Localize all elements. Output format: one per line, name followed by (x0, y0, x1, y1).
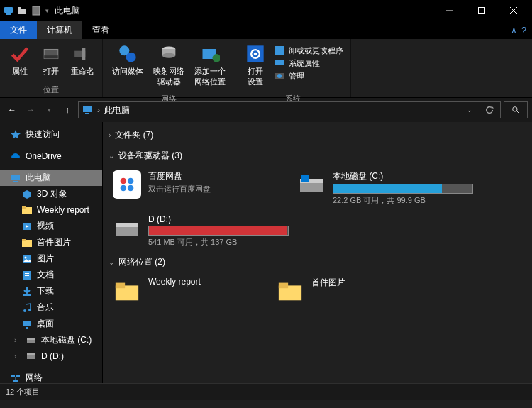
svg-rect-63 (116, 226, 138, 236)
drive-icon (26, 351, 37, 362)
c-drive-tile[interactable]: 本地磁盘 (C:) 22.2 GB 可用，共 99.9 GB (293, 166, 477, 210)
refresh-button[interactable] (482, 102, 497, 118)
nav-up-button[interactable]: ↑ (60, 102, 75, 118)
group-network-locations[interactable]: ⌄ 网络位置 (2) (109, 252, 526, 272)
sidebar-item-3d-objects[interactable]: 3D 对象 (0, 186, 102, 202)
svg-rect-24 (275, 60, 284, 65)
network-folder-weekly-report[interactable]: Weekly report (109, 272, 272, 309)
item-count: 12 个项目 (6, 387, 40, 397)
download-icon (21, 286, 33, 297)
folder-icon (276, 277, 304, 305)
group-devices[interactable]: ⌄ 设备和驱动器 (3) (109, 145, 526, 166)
svg-rect-10 (44, 55, 58, 58)
qat-properties-icon[interactable] (31, 5, 43, 16)
sidebar-item-d-drive[interactable]: ›D (D:) (0, 348, 102, 364)
d-drive-tile[interactable]: D (D:) 541 MB 可用，共 137 GB (109, 210, 293, 252)
search-box[interactable] (504, 101, 528, 118)
svg-rect-51 (27, 353, 35, 355)
system-props-icon (274, 57, 285, 69)
svg-point-39 (25, 256, 27, 258)
sidebar-item-videos[interactable]: 视频 (0, 218, 102, 234)
minimize-button[interactable] (433, 0, 465, 21)
nav-forward-button[interactable]: → (23, 102, 38, 118)
sidebar-item-weekly-report[interactable]: Weekly report (0, 202, 102, 218)
rename-button[interactable]: 重命名 (67, 42, 98, 78)
app-pc-icon (3, 5, 14, 16)
breadcrumb-chevron-icon[interactable]: › (97, 105, 100, 115)
ribbon-collapse-icon[interactable]: ∧ (511, 26, 517, 35)
svg-point-17 (162, 53, 176, 58)
svg-rect-23 (275, 46, 284, 55)
c-drive-usage-bar (333, 184, 473, 194)
sidebar-item-desktop[interactable]: 桌面 (0, 316, 102, 332)
baidu-icon (113, 170, 141, 199)
network-folder-first-images[interactable]: 首件图片 (272, 272, 435, 309)
address-dropdown-button[interactable]: ⌄ (462, 102, 477, 118)
drive-icon (113, 214, 141, 243)
nav-back-button[interactable]: ← (4, 102, 20, 118)
svg-point-44 (23, 309, 26, 312)
open-settings-button[interactable]: 打开 设置 (240, 42, 271, 89)
group-folders[interactable]: › 文件夹 (7) (109, 125, 526, 145)
svg-rect-31 (11, 175, 20, 180)
svg-rect-6 (478, 8, 484, 14)
uninstall-icon (274, 45, 285, 56)
document-icon (21, 270, 33, 281)
tab-view[interactable]: 查看 (82, 21, 119, 39)
music-icon (21, 302, 33, 314)
drive-icon (26, 335, 37, 346)
chevron-down-icon: ⌄ (109, 152, 114, 160)
qat-newfolder-icon[interactable] (17, 5, 28, 16)
qat-dropdown-icon[interactable]: ▾ (45, 7, 49, 14)
sidebar-network[interactable]: 网络 (0, 370, 102, 383)
content-pane[interactable]: › 文件夹 (7) ⌄ 设备和驱动器 (3) 百度网盘 双击运行百度网盘 (103, 122, 532, 383)
navigation-pane: 快速访问 OneDrive 此电脑 3D 对象 Weekly report 视频… (0, 122, 103, 383)
network-icon (10, 373, 21, 384)
system-properties-button[interactable]: 系统属性 (274, 57, 343, 69)
pc-icon (82, 104, 93, 116)
nav-recent-dropdown[interactable]: ▾ (41, 102, 57, 118)
add-network-location-button[interactable]: 添加一个 网络位置 (189, 42, 231, 89)
open-button[interactable]: 打开 (35, 42, 67, 78)
svg-point-58 (121, 185, 127, 192)
chevron-right-icon[interactable]: › (14, 353, 21, 360)
sidebar-this-pc[interactable]: 此电脑 (0, 170, 102, 186)
checkmark-icon (9, 43, 31, 65)
tab-computer[interactable]: 计算机 (37, 21, 82, 39)
baidu-netdisk-tile[interactable]: 百度网盘 双击运行百度网盘 (109, 166, 293, 210)
chevron-right-icon: › (109, 131, 111, 139)
svg-rect-68 (279, 283, 288, 289)
address-bar[interactable]: › 此电脑 ⌄ (78, 101, 501, 118)
svg-point-57 (128, 178, 134, 184)
sidebar-item-c-drive[interactable]: ›本地磁盘 (C:) (0, 332, 102, 348)
chevron-down-icon: ⌄ (109, 258, 114, 266)
help-icon[interactable]: ? (521, 26, 526, 35)
properties-button[interactable]: 属性 (4, 42, 35, 78)
access-media-button[interactable]: 访问媒体 (107, 42, 148, 78)
ribbon-tabs: 文件 计算机 查看 ∧ ? (0, 21, 532, 39)
sidebar-item-first-piece-images[interactable]: 首件图片 (0, 234, 102, 250)
svg-rect-3 (18, 7, 21, 9)
maximize-button[interactable] (465, 0, 497, 21)
sidebar-quick-access[interactable]: 快速访问 (0, 126, 102, 143)
rename-icon (72, 43, 93, 65)
sidebar-onedrive[interactable]: OneDrive (0, 148, 102, 164)
close-button[interactable] (497, 0, 529, 21)
sidebar-item-downloads[interactable]: 下载 (0, 283, 102, 299)
svg-rect-60 (300, 182, 323, 192)
map-drive-button[interactable]: 映射网络 驱动器 (148, 42, 189, 89)
uninstall-programs-button[interactable]: 卸载或更改程序 (274, 45, 343, 56)
sidebar-item-pictures[interactable]: 图片 (0, 250, 102, 267)
folder-icon (21, 237, 33, 248)
sidebar-item-music[interactable]: 音乐 (0, 299, 102, 316)
svg-point-22 (254, 53, 257, 56)
svg-rect-37 (22, 239, 26, 241)
breadcrumb-this-pc[interactable]: 此电脑 (104, 104, 130, 116)
sidebar-item-documents[interactable]: 文档 (0, 267, 102, 283)
chevron-right-icon[interactable]: › (14, 336, 21, 344)
svg-rect-4 (33, 6, 40, 15)
svg-point-45 (28, 309, 31, 311)
cloud-icon (10, 150, 21, 162)
tab-file[interactable]: 文件 (0, 21, 37, 39)
manage-button[interactable]: 管理 (274, 70, 343, 82)
